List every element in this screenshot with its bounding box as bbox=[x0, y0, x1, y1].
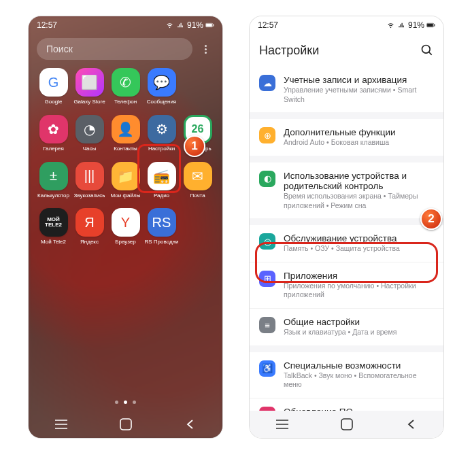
app-label: Мой Tele2 bbox=[41, 239, 66, 245]
app-часы[interactable]: ◔Часы bbox=[71, 115, 107, 152]
row-title: Общие настройки bbox=[284, 317, 434, 327]
app-icon: RS bbox=[148, 208, 176, 237]
app-label: Google bbox=[45, 99, 63, 105]
app-радио[interactable]: 📻Радио bbox=[144, 162, 180, 199]
app-label: Мои файлы bbox=[111, 193, 141, 199]
settings-card: ◎Обслуживание устройстваПамять • ОЗУ • З… bbox=[250, 225, 443, 345]
row-icon: ⊕ bbox=[259, 127, 275, 143]
row-title: Приложения bbox=[284, 271, 434, 281]
app-icon: 💬 bbox=[148, 68, 176, 97]
row-subtitle: Время использования экрана • Таймеры при… bbox=[284, 192, 434, 210]
app-icon: Y bbox=[112, 208, 140, 237]
settings-row-общие-настройки[interactable]: ≡Общие настройкиЯзык и клавиатура • Дата… bbox=[250, 308, 443, 345]
app-icon: ± bbox=[39, 162, 68, 190]
app-icon: 📻 bbox=[148, 162, 176, 190]
phone-home-screen: 12:57 91% Поиск GGoogle⬜Galaxy Store✆Тел… bbox=[29, 16, 222, 438]
step-marker-1: 1 bbox=[184, 135, 205, 157]
settings-row-обслуживание-устройства[interactable]: ◎Обслуживание устройстваПамять • ОЗУ • З… bbox=[250, 225, 443, 262]
nav-home-button[interactable] bbox=[339, 417, 354, 432]
row-subtitle: Управление учетными записями • Smart Swi… bbox=[284, 86, 434, 104]
row-subtitle: Память • ОЗУ • Защита устройства bbox=[284, 244, 434, 254]
app-galaxy-store[interactable]: ⬜Galaxy Store bbox=[71, 68, 107, 105]
app-google[interactable]: GGoogle bbox=[35, 68, 71, 105]
app-label: Звукозапись bbox=[74, 193, 105, 199]
row-subtitle: TalkBack • Звук моно • Вспомогательное м… bbox=[284, 371, 434, 390]
app-icon: 📁 bbox=[112, 162, 140, 190]
nav-back-button[interactable] bbox=[183, 417, 198, 432]
row-icon: ☁ bbox=[259, 75, 275, 91]
wifi-icon bbox=[386, 22, 395, 29]
svg-rect-8 bbox=[341, 419, 352, 430]
app-label: Телефон bbox=[114, 99, 137, 105]
signal-icon bbox=[397, 22, 406, 29]
app-label: Контакты bbox=[114, 146, 137, 152]
row-title: Дополнительные функции bbox=[284, 127, 434, 137]
row-icon: ⊞ bbox=[259, 271, 275, 287]
svg-rect-2 bbox=[213, 24, 214, 26]
app-label: RS Проводник bbox=[145, 239, 179, 245]
svg-rect-3 bbox=[120, 419, 131, 430]
signal-icon bbox=[176, 22, 185, 29]
settings-list[interactable]: ☁Учетные записи и архивацияУправление уч… bbox=[250, 67, 443, 438]
search-icon[interactable] bbox=[420, 44, 434, 57]
row-title: Специальные возможности bbox=[284, 360, 434, 371]
row-subtitle: Приложения по умолчанию • Настройки прил… bbox=[284, 282, 434, 300]
app-настройки[interactable]: ⚙Настройки bbox=[144, 115, 180, 152]
app-label: Галерея bbox=[43, 146, 64, 152]
app-icon: ✿ bbox=[39, 115, 68, 143]
wifi-icon bbox=[165, 22, 174, 29]
search-input[interactable]: Поиск bbox=[37, 38, 192, 60]
row-icon: ♿ bbox=[259, 360, 275, 377]
app-icon: ✉ bbox=[184, 162, 212, 190]
row-title: Учетные записи и архивация bbox=[284, 75, 434, 85]
page-indicator bbox=[29, 401, 222, 404]
app-icon: ⬜ bbox=[75, 68, 104, 97]
app-звукозапись[interactable]: |||Звукозапись bbox=[71, 162, 107, 199]
nav-bar bbox=[250, 411, 443, 438]
app-почта[interactable]: ✉Почта bbox=[180, 162, 216, 199]
status-icons: 91% bbox=[386, 20, 435, 30]
row-subtitle: Android Auto • Боковая клавиша bbox=[284, 138, 434, 148]
app-empty bbox=[180, 68, 216, 105]
app-label: Galaxy Store bbox=[73, 99, 105, 105]
settings-row-использование-устройства-[interactable]: ◐Использование устройства и родительский… bbox=[250, 163, 443, 218]
app-мои-файлы[interactable]: 📁Мои файлы bbox=[107, 162, 144, 199]
row-title: Обслуживание устройства bbox=[284, 233, 434, 243]
app-браузер[interactable]: YБраузер bbox=[107, 208, 144, 245]
row-icon: ◐ bbox=[259, 171, 275, 187]
app-галерея[interactable]: ✿Галерея bbox=[35, 115, 71, 152]
app-label: Яндекс bbox=[80, 239, 99, 245]
app-label: Сообщения bbox=[147, 99, 176, 105]
settings-row-учетные-записи-и-архиваци[interactable]: ☁Учетные записи и архивацияУправление уч… bbox=[250, 67, 443, 112]
settings-card: ☁Учетные записи и архивацияУправление уч… bbox=[250, 67, 443, 112]
app-icon: ⚙ bbox=[148, 115, 176, 143]
app-контакты[interactable]: 👤Контакты bbox=[107, 115, 144, 152]
nav-home-button[interactable] bbox=[118, 417, 133, 432]
status-bar: 12:57 91% bbox=[250, 16, 443, 34]
app-label: Часы bbox=[83, 146, 97, 152]
app-сообщения[interactable]: 💬Сообщения bbox=[144, 68, 180, 105]
more-menu-icon[interactable] bbox=[197, 40, 214, 58]
app-калькулятор[interactable]: ±Калькулятор bbox=[35, 162, 71, 199]
svg-point-7 bbox=[422, 46, 431, 54]
battery-text: 91% bbox=[187, 20, 203, 30]
app-мой-tele2[interactable]: МОЙ TELE2Мой Tele2 bbox=[35, 208, 71, 245]
app-телефон[interactable]: ✆Телефон bbox=[107, 68, 144, 105]
search-row: Поиск bbox=[29, 34, 222, 63]
app-яндекс[interactable]: ЯЯндекс bbox=[71, 208, 107, 245]
app-rs-проводник[interactable]: RSRS Проводник bbox=[144, 208, 180, 245]
row-title: Использование устройства и родительский … bbox=[284, 171, 434, 191]
settings-row-приложения[interactable]: ⊞ПриложенияПриложения по умолчанию • Нас… bbox=[250, 262, 443, 308]
settings-row-дополнительные-функции[interactable]: ⊕Дополнительные функцииAndroid Auto • Бо… bbox=[250, 119, 443, 156]
search-placeholder: Поиск bbox=[46, 44, 73, 54]
battery-icon bbox=[205, 22, 214, 29]
nav-back-button[interactable] bbox=[404, 417, 419, 432]
nav-recent-button[interactable] bbox=[54, 417, 69, 432]
settings-header: Настройки bbox=[250, 34, 443, 67]
app-label: Настройки bbox=[148, 146, 175, 152]
app-label: Калькулятор bbox=[37, 193, 69, 199]
settings-card: ⊕Дополнительные функцииAndroid Auto • Бо… bbox=[250, 119, 443, 156]
status-bar: 12:57 91% bbox=[29, 16, 222, 34]
nav-recent-button[interactable] bbox=[275, 417, 290, 432]
settings-row-специальные-возможности[interactable]: ♿Специальные возможностиTalkBack • Звук … bbox=[250, 352, 443, 398]
